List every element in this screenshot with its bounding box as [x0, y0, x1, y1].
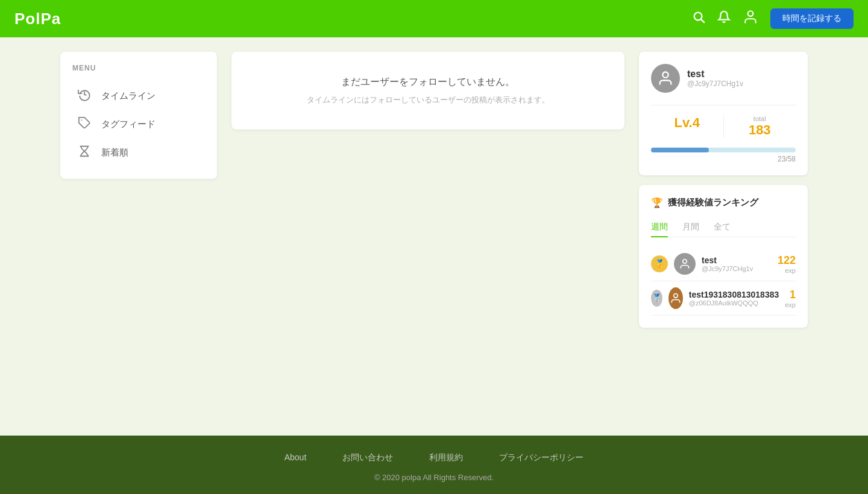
profile-name: test — [687, 69, 743, 80]
menu-item-tagfeed-label: タグフィード — [101, 119, 156, 130]
main-content: MENU タイムライン タグフィード — [0, 37, 868, 436]
menu-item-tagfeed[interactable]: タグフィード — [72, 110, 205, 139]
footer-link-terms[interactable]: 利用規約 — [429, 452, 463, 463]
search-icon[interactable] — [692, 10, 705, 27]
rank-handle-1: @Jc9y7J7CHg1v — [702, 265, 772, 272]
stat-level: Lv.4 — [651, 115, 724, 138]
ranking-item-1: 🥇 test @Jc9y7J7CHg1v 122 exp — [651, 247, 796, 281]
menu-title: MENU — [72, 64, 205, 72]
ranking-header: 🏆 獲得経験値ランキング — [651, 197, 796, 208]
menu-item-newest-label: 新着順 — [101, 147, 128, 158]
tab-all[interactable]: 全て — [714, 218, 731, 237]
center-panel: まだユーザーをフォローしていません。 タイムラインにはフォローしているユーザーの… — [231, 52, 624, 130]
avatar — [651, 64, 680, 93]
total-label: total — [724, 115, 796, 122]
tab-monthly[interactable]: 月間 — [682, 218, 699, 237]
rank-exp-1: 122 exp — [778, 254, 796, 274]
footer-link-about[interactable]: About — [285, 452, 307, 463]
progress-container: 23/58 — [651, 148, 796, 163]
profile-card: test @Jc9y7J7CHg1v Lv.4 total 183 23/58 — [639, 52, 808, 175]
profile-handle: @Jc9y7J7CHg1v — [687, 80, 743, 88]
rank-name-1: test — [702, 255, 772, 265]
ranking-title: 獲得経験値ランキング — [668, 197, 758, 208]
rank-info-1: test @Jc9y7J7CHg1v — [702, 255, 772, 272]
footer-link-privacy[interactable]: プライバシーポリシー — [499, 452, 583, 463]
svg-line-1 — [701, 19, 704, 22]
progress-bar-bg — [651, 148, 796, 152]
header-actions: 時間を記録する — [692, 8, 854, 29]
rank-badge-2: 🥈 — [651, 290, 662, 307]
trophy-icon: 🏆 — [651, 197, 663, 208]
ranking-tabs: 週間 月間 全て — [651, 218, 796, 237]
right-panel: test @Jc9y7J7CHg1v Lv.4 total 183 23/58 — [639, 52, 808, 328]
profile-top: test @Jc9y7J7CHg1v — [651, 64, 796, 93]
rank-badge-1: 🥇 — [651, 255, 668, 272]
profile-info: test @Jc9y7J7CHg1v — [687, 69, 743, 88]
footer-links: About お問い合わせ 利用規約 プライバシーポリシー — [12, 452, 856, 463]
rank-exp-val-2: 1 — [785, 289, 796, 301]
ranking-card: 🏆 獲得経験値ランキング 週間 月間 全て 🥇 test — [639, 185, 808, 328]
tab-weekly[interactable]: 週間 — [651, 218, 668, 237]
record-time-button[interactable]: 時間を記録する — [770, 8, 854, 29]
total-value: 183 — [724, 122, 796, 138]
notification-icon[interactable] — [717, 10, 731, 27]
stat-total: total 183 — [724, 115, 796, 138]
svg-point-4 — [662, 72, 668, 78]
empty-title: まだユーザーをフォローしていません。 — [244, 76, 612, 89]
svg-point-6 — [673, 294, 678, 298]
user-icon[interactable] — [743, 9, 758, 28]
rank-handle-2: @z06DJ8AutkWQQQQ — [689, 299, 779, 307]
footer-copyright: © 2020 polpa All Rights Reserved. — [12, 473, 856, 482]
svg-point-5 — [683, 260, 687, 264]
progress-text: 23/58 — [651, 155, 796, 163]
empty-sub: タイムラインにはフォローしているユーザーの投稿が表示されます。 — [244, 95, 612, 105]
menu-item-newest[interactable]: 新着順 — [72, 139, 205, 167]
menu-item-timeline-label: タイムライン — [101, 90, 156, 102]
ranking-item-2: 🥈 test1931830813018383 @z06DJ8AutkWQQQQ … — [651, 281, 796, 316]
tag-icon — [77, 116, 92, 133]
footer: About お問い合わせ 利用規約 プライバシーポリシー © 2020 polp… — [0, 436, 868, 494]
progress-bar-fill — [651, 148, 709, 152]
menu-card: MENU タイムライン タグフィード — [60, 52, 217, 179]
history-icon — [77, 88, 92, 104]
rank-avatar-2 — [668, 287, 683, 309]
level-value: Lv.4 — [651, 115, 723, 131]
rank-exp-2: 1 exp — [785, 289, 796, 308]
rank-avatar-1 — [674, 253, 696, 275]
profile-stats: Lv.4 total 183 — [651, 105, 796, 138]
footer-link-contact[interactable]: お問い合わせ — [342, 452, 393, 463]
empty-timeline-card: まだユーザーをフォローしていません。 タイムラインにはフォローしているユーザーの… — [231, 52, 624, 130]
rank-exp-val-1: 122 — [778, 254, 796, 267]
logo: PolPa — [14, 10, 61, 28]
hourglass-icon — [77, 145, 92, 161]
svg-point-2 — [748, 11, 753, 16]
rank-exp-label-1: exp — [778, 267, 796, 274]
rank-name-2: test1931830813018383 — [689, 290, 779, 299]
header: PolPa 時間を記録する — [0, 0, 868, 37]
menu-item-timeline[interactable]: タイムライン — [72, 82, 205, 110]
rank-info-2: test1931830813018383 @z06DJ8AutkWQQQQ — [689, 290, 779, 307]
rank-exp-label-2: exp — [785, 301, 796, 308]
